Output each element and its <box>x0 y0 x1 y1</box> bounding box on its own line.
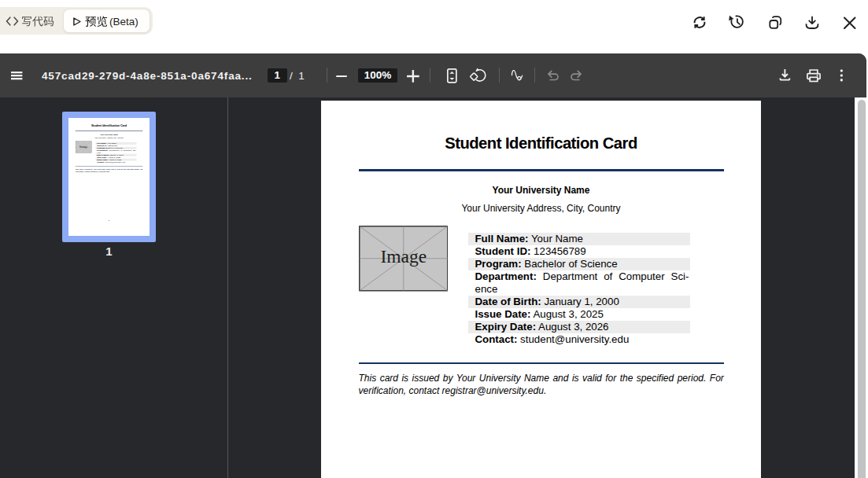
svg-text:Image: Image <box>380 246 427 267</box>
svg-text:Image: Image <box>79 145 88 149</box>
